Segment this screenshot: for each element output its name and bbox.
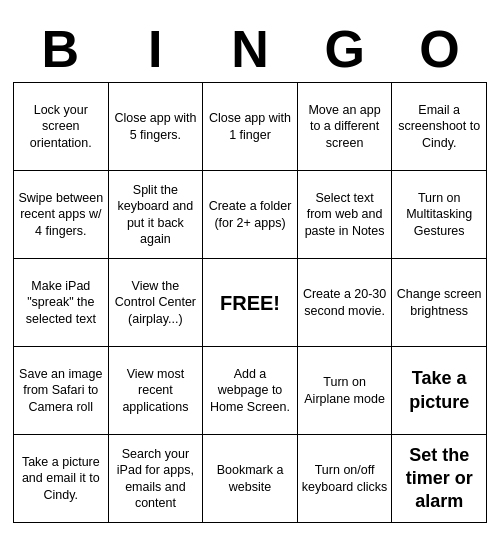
- bingo-cell-o2[interactable]: Turn on Multitasking Gestures: [392, 171, 487, 259]
- bingo-cell-n5[interactable]: Bookmark a website: [203, 435, 298, 523]
- letter-o: O: [396, 21, 484, 78]
- bingo-title: B I N G O: [13, 21, 487, 78]
- bingo-cell-b2[interactable]: Swipe between recent apps w/ 4 fingers.: [14, 171, 109, 259]
- bingo-grid: Lock your screen orientation.Close app w…: [13, 82, 487, 523]
- bingo-cell-g3[interactable]: Create a 20-30 second movie.: [298, 259, 393, 347]
- bingo-cell-i1[interactable]: Close app with 5 fingers.: [109, 83, 204, 171]
- letter-n: N: [206, 21, 294, 78]
- bingo-cell-g5[interactable]: Turn on/off keyboard clicks: [298, 435, 393, 523]
- bingo-cell-i5[interactable]: Search your iPad for apps, emails and co…: [109, 435, 204, 523]
- bingo-cell-o1[interactable]: Email a screenshoot to Cindy.: [392, 83, 487, 171]
- bingo-cell-b4[interactable]: Save an image from Safari to Camera roll: [14, 347, 109, 435]
- bingo-cell-n3[interactable]: FREE!: [203, 259, 298, 347]
- letter-g: G: [301, 21, 389, 78]
- letter-i: I: [111, 21, 199, 78]
- bingo-cell-g1[interactable]: Move an app to a different screen: [298, 83, 393, 171]
- bingo-cell-g2[interactable]: Select text from web and paste in Notes: [298, 171, 393, 259]
- bingo-cell-o5[interactable]: Set the timer or alarm: [392, 435, 487, 523]
- bingo-cell-o3[interactable]: Change screen brightness: [392, 259, 487, 347]
- bingo-card: B I N G O Lock your screen orientation.C…: [5, 13, 495, 531]
- bingo-cell-b5[interactable]: Take a picture and email it to Cindy.: [14, 435, 109, 523]
- bingo-cell-i2[interactable]: Split the keyboard and put it back again: [109, 171, 204, 259]
- bingo-cell-n2[interactable]: Create a folder (for 2+ apps): [203, 171, 298, 259]
- bingo-cell-i3[interactable]: View the Control Center (airplay...): [109, 259, 204, 347]
- bingo-cell-b3[interactable]: Make iPad "spreak" the selected text: [14, 259, 109, 347]
- letter-b: B: [16, 21, 104, 78]
- bingo-cell-n4[interactable]: Add a webpage to Home Screen.: [203, 347, 298, 435]
- bingo-cell-g4[interactable]: Turn on Airplane mode: [298, 347, 393, 435]
- bingo-cell-o4[interactable]: Take a picture: [392, 347, 487, 435]
- bingo-cell-i4[interactable]: View most recent applications: [109, 347, 204, 435]
- bingo-cell-b1[interactable]: Lock your screen orientation.: [14, 83, 109, 171]
- bingo-cell-n1[interactable]: Close app with 1 finger: [203, 83, 298, 171]
